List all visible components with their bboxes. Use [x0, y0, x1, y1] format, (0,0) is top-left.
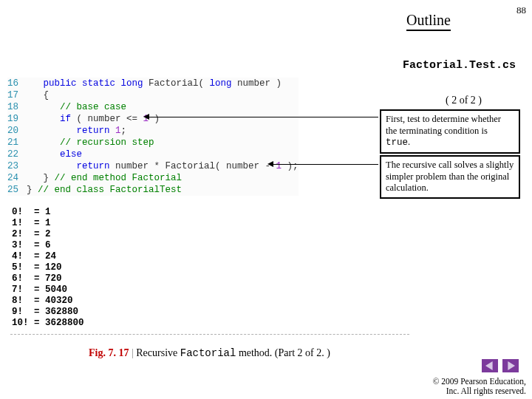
- output-line: 0! = 1: [12, 207, 84, 218]
- code-line: 17 {: [7, 89, 299, 101]
- output-line: 6! = 720: [12, 273, 84, 284]
- part-label: ( 2 of 2 ): [446, 95, 482, 106]
- copyright-line: Inc. All rights reserved.: [433, 386, 526, 396]
- annotation-text: The recursive call solves a slightly sim…: [386, 160, 514, 193]
- annotation-code-word: true: [386, 137, 408, 148]
- arrow-left-icon: [143, 114, 149, 120]
- code-line: 25} // end class FactorialTest: [7, 184, 299, 196]
- slide-nav: [482, 359, 519, 372]
- annotation-note: First, test to determine whether the ter…: [380, 109, 520, 154]
- code-line: 22 else: [7, 149, 299, 160]
- code-line: 18 // base case: [7, 101, 299, 113]
- figure-caption: Fig. 7. 17 | Recursive Factorial method.…: [89, 347, 330, 359]
- caption-text: method. (Part 2 of 2. ): [236, 347, 330, 358]
- annotation-text: .: [408, 137, 410, 147]
- prev-triangle-icon: [485, 361, 494, 370]
- output-line: 2! = 2: [12, 229, 84, 240]
- output-line: 10! = 3628800: [12, 318, 84, 329]
- annotation-connector: [273, 164, 378, 165]
- copyright: © 2009 Pearson Education, Inc. All right…: [433, 377, 526, 396]
- annotation-text: First, test to determine whether the ter…: [386, 114, 501, 136]
- output-line: 5! = 120: [12, 262, 84, 273]
- output-line: 9! = 362880: [12, 307, 84, 318]
- next-slide-button[interactable]: [502, 359, 519, 372]
- output-line: 3! = 6: [12, 240, 84, 251]
- output-line: 8! = 40320: [12, 296, 84, 307]
- code-line: 24 } // end method Factorial: [7, 172, 299, 184]
- program-output: 0! = 1 1! = 1 2! = 2 3! = 6 4! = 24 5! =…: [12, 207, 84, 329]
- output-line: 4! = 24: [12, 251, 84, 262]
- code-line: 23 return number * Factorial( number - 1…: [7, 160, 299, 172]
- annotation-connector: [149, 117, 378, 117]
- copyright-line: © 2009 Pearson Education,: [433, 377, 526, 386]
- code-block: 16 public static long Factorial( long nu…: [7, 78, 299, 196]
- caption-text: Recursive: [136, 347, 180, 358]
- caption-divider: |: [129, 347, 136, 358]
- source-file-label: Factorial.Test.cs: [403, 59, 516, 72]
- output-line: 1! = 1: [12, 218, 84, 229]
- annotation-note: The recursive call solves a slightly sim…: [380, 155, 520, 199]
- code-line: 16 public static long Factorial( long nu…: [7, 78, 299, 89]
- code-line: 21 // recursion step: [7, 137, 299, 149]
- output-line: 7! = 5040: [12, 284, 84, 296]
- next-triangle-icon: [506, 361, 515, 370]
- svg-marker-0: [485, 361, 493, 370]
- separator: [10, 334, 409, 335]
- code-line: 20 return 1;: [7, 125, 299, 137]
- arrow-left-icon: [267, 161, 273, 167]
- caption-code-word: Factorial: [180, 347, 236, 359]
- outline-title: Outline: [406, 12, 451, 31]
- svg-marker-1: [508, 361, 515, 370]
- figure-number: Fig. 7. 17: [89, 347, 129, 358]
- code-line: 19 if ( number <= 1 ): [7, 113, 299, 125]
- prev-slide-button[interactable]: [482, 359, 498, 372]
- page-number: 88: [516, 4, 526, 16]
